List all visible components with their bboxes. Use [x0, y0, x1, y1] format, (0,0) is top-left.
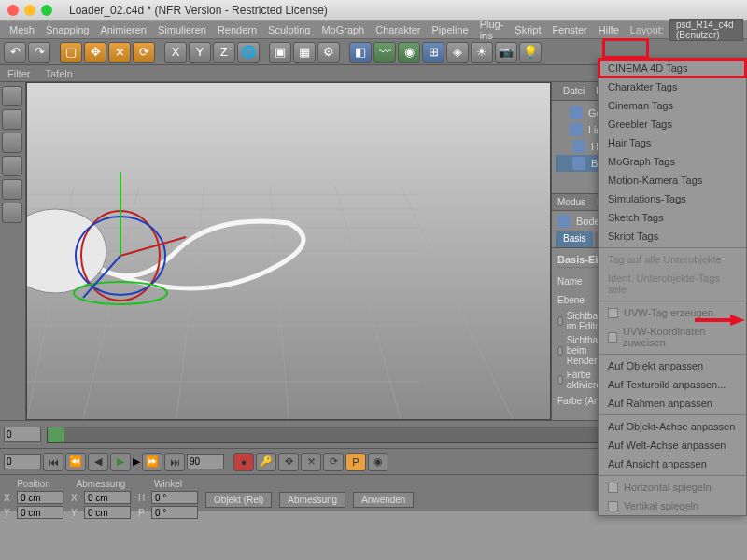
polygon-mode[interactable]	[2, 179, 22, 200]
dd-greebler-tags[interactable]: Greebler Tags	[599, 115, 746, 133]
key-pos-button[interactable]: ✥	[278, 453, 299, 471]
select-tool[interactable]: ▢	[60, 42, 82, 63]
minimize-icon[interactable]	[24, 5, 35, 16]
pos-x-input[interactable]	[17, 491, 63, 504]
camera-tool[interactable]: 📷	[495, 42, 517, 63]
point-mode[interactable]	[2, 133, 22, 153]
dd-simulations-tags[interactable]: Simulations-Tags	[599, 189, 746, 208]
dd-auf-objekt[interactable]: Auf Objekt anpassen	[599, 357, 746, 375]
menu-rendern[interactable]: Rendern	[212, 24, 262, 35]
render-button[interactable]: ▣	[269, 42, 291, 63]
timeline-playhead[interactable]	[48, 427, 64, 442]
dd-auf-texturbild[interactable]: Auf Texturbild anpassen...	[599, 375, 746, 394]
anwenden-button[interactable]: Anwenden	[353, 492, 414, 508]
dd-mograph-tags[interactable]: MoGraph Tags	[599, 152, 746, 171]
goto-end-button[interactable]: ⏭	[164, 453, 185, 471]
menu-mesh[interactable]: Mesh	[4, 24, 40, 35]
dd-motion-kamera-tags[interactable]: Motion-Kamera Tags	[599, 171, 746, 189]
light-tool[interactable]: 💡	[519, 42, 542, 63]
panel-datei[interactable]: Datei	[559, 86, 588, 96]
key-scale-button[interactable]: ⤧	[301, 453, 321, 471]
abmessung-button[interactable]: Abmessung	[279, 492, 345, 508]
farbe-radio[interactable]	[557, 375, 563, 385]
axis-y-button[interactable]: Y	[189, 42, 211, 63]
dd-ident-tags[interactable]: Ident. Unterobjekte-Tags sele	[599, 269, 746, 299]
spline-tool[interactable]: 〰	[374, 42, 396, 63]
dd-charakter-tags[interactable]: Charakter Tags	[599, 77, 746, 96]
deformer-tool[interactable]: ◈	[446, 42, 469, 63]
undo-button[interactable]: ↶	[4, 42, 26, 63]
record-button[interactable]: ●	[233, 453, 254, 471]
rendern-radio[interactable]	[557, 346, 563, 356]
frame-input[interactable]	[4, 454, 41, 469]
dd-tag-unterobjekte[interactable]: Tag auf alle Unterobjekte	[599, 250, 746, 269]
attr-modus[interactable]: Modus	[557, 197, 585, 207]
editor-radio[interactable]	[557, 316, 563, 326]
play-button[interactable]: ▶	[110, 453, 131, 471]
close-icon[interactable]	[7, 5, 19, 16]
goto-start-button[interactable]: ⏮	[43, 453, 63, 471]
menu-simulieren[interactable]: Simulieren	[152, 24, 212, 35]
dd-skript-tags[interactable]: Skript Tags	[599, 227, 746, 245]
menu-mograph[interactable]: MoGraph	[316, 24, 370, 35]
axis-x-button[interactable]: X	[164, 42, 187, 63]
menu-hilfe[interactable]: Hilfe	[593, 24, 625, 35]
prev-frame-button[interactable]: ◀	[88, 453, 108, 471]
render-settings-button[interactable]: ⚙	[317, 42, 340, 63]
prev-key-button[interactable]: ⏪	[65, 453, 86, 471]
dd-horizontal-spiegeln[interactable]: Horizontal spiegeln	[599, 478, 746, 497]
texture-mode[interactable]	[2, 203, 22, 223]
next-key-button[interactable]: ⏩	[142, 453, 162, 471]
filter-menu[interactable]: Filter	[7, 68, 30, 79]
tafeln-menu[interactable]: Tafeln	[45, 68, 72, 79]
dd-cinema4d-tags[interactable]: CINEMA 4D Tags	[599, 59, 746, 77]
timeline-track[interactable]	[47, 427, 673, 443]
maximize-icon[interactable]	[41, 5, 52, 16]
key-all-button[interactable]: ◉	[368, 453, 388, 471]
dd-ansicht[interactable]: Auf Ansicht anpassen	[599, 455, 746, 473]
dd-welt-achse[interactable]: Auf Welt-Achse anpassen	[599, 436, 746, 455]
dd-vertikal-spiegeln[interactable]: Vertikal spiegeln	[599, 497, 746, 515]
render-region-button[interactable]: ▦	[293, 42, 316, 63]
menu-plugins[interactable]: Plug-ins	[474, 19, 510, 41]
layout-selector[interactable]: psd_R14_c4d (Benutzer)	[669, 19, 743, 41]
rotate-tool[interactable]: ⟳	[133, 42, 155, 63]
dd-objekt-achse[interactable]: Auf Objekt-Achse anpassen	[599, 417, 746, 436]
environment-tool[interactable]: ☀	[471, 42, 493, 63]
dd-cineman-tags[interactable]: Cineman Tags	[599, 96, 746, 115]
world-button[interactable]: 🌐	[237, 42, 260, 63]
cube-primitive[interactable]: ◧	[349, 42, 372, 63]
rot-p-input[interactable]	[151, 506, 198, 519]
menu-pipeline[interactable]: Pipeline	[427, 24, 474, 35]
next-frame-button[interactable]: ▶	[133, 455, 140, 468]
menu-animieren[interactable]: Animieren	[94, 24, 152, 35]
timeline-start[interactable]	[4, 427, 41, 442]
rot-h-input[interactable]	[151, 491, 198, 504]
key-rot-button[interactable]: ⟳	[323, 453, 344, 471]
viewport[interactable]	[26, 82, 551, 420]
objekt-rel-button[interactable]: Objekt (Rel)	[205, 492, 272, 508]
menu-snapping[interactable]: Snapping	[40, 24, 95, 35]
move-tool[interactable]: ✥	[84, 42, 106, 63]
dim-x-input[interactable]	[84, 491, 131, 504]
axis-z-button[interactable]: Z	[213, 42, 235, 63]
object-mode[interactable]	[2, 109, 22, 130]
pos-y-input[interactable]	[17, 506, 63, 519]
scale-tool[interactable]: ⤧	[108, 42, 131, 63]
menu-fenster[interactable]: Fenster	[546, 24, 592, 35]
nurbs-tool[interactable]: ◉	[398, 42, 420, 63]
edge-mode[interactable]	[2, 156, 22, 176]
menu-sculpting[interactable]: Sculpting	[262, 24, 316, 35]
array-tool[interactable]: ⊞	[422, 42, 444, 63]
menu-charakter[interactable]: Charakter	[370, 24, 426, 35]
dd-hair-tags[interactable]: Hair Tags	[599, 133, 746, 152]
dd-auf-rahmen[interactable]: Auf Rahmen anpassen	[599, 394, 746, 413]
dim-y-input[interactable]	[84, 506, 131, 519]
autokey-button[interactable]: 🔑	[256, 453, 276, 471]
redo-button[interactable]: ↷	[28, 42, 50, 63]
menu-skript[interactable]: Skript	[509, 24, 546, 35]
model-mode[interactable]	[2, 86, 22, 106]
tab-basis[interactable]: Basis	[556, 231, 593, 247]
dd-uvw-zuweisen[interactable]: UVW-Koordinaten zuweisen	[599, 322, 746, 352]
key-param-button[interactable]: P	[345, 453, 366, 471]
